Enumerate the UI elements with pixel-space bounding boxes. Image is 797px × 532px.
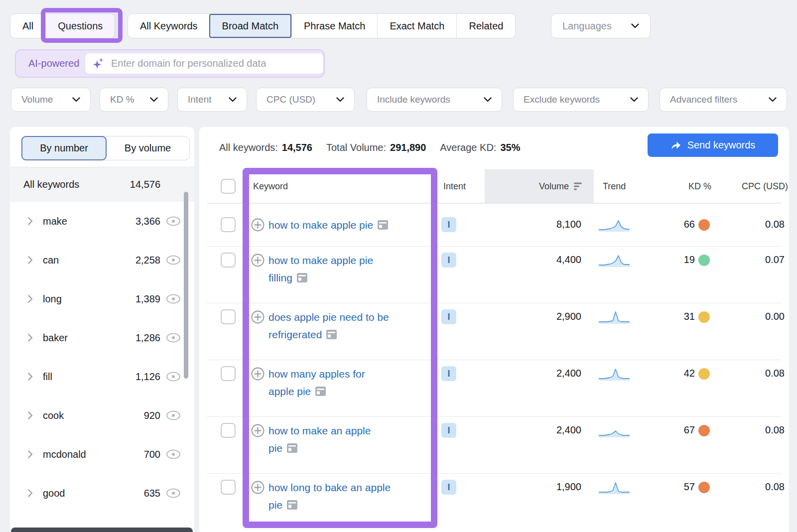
filter-cpc[interactable]: CPC (USD) <box>256 88 355 112</box>
plus-circle-icon[interactable] <box>251 367 265 381</box>
by-number-button[interactable]: By number <box>21 136 107 160</box>
keyword-cell: how to make an applepie <box>268 422 433 457</box>
serp-features-icon[interactable] <box>297 273 307 282</box>
intent-badge[interactable]: I <box>441 309 456 324</box>
tab-related[interactable]: Related <box>456 14 515 38</box>
keyword-link[interactable]: how to make an applepie <box>268 425 371 454</box>
intent-badge[interactable]: I <box>441 423 456 438</box>
header-kd[interactable]: KD % <box>666 181 711 192</box>
chevron-right-icon <box>28 256 33 264</box>
eye-icon[interactable] <box>165 371 181 382</box>
keyword-link[interactable]: how to make apple piefilling <box>268 255 373 283</box>
row-checkbox[interactable] <box>221 423 236 438</box>
average-kd-label: Average KD: <box>440 142 496 153</box>
ai-powered-badge: AI-powered <box>28 50 79 77</box>
plus-circle-icon[interactable] <box>251 424 265 437</box>
average-kd-value: 35% <box>500 142 520 153</box>
serp-features-icon[interactable] <box>315 387 326 396</box>
cpc-value: 0.08 <box>737 219 785 230</box>
chevron-right-icon <box>28 334 33 342</box>
tab-exact-match[interactable]: Exact Match <box>377 14 456 38</box>
row-checkbox[interactable] <box>221 480 236 495</box>
chevron-right-icon <box>28 217 33 225</box>
trend-sparkline <box>599 366 630 381</box>
chevron-right-icon <box>28 295 33 303</box>
row-checkbox[interactable] <box>221 217 236 232</box>
tab-questions[interactable]: Questions <box>45 14 115 38</box>
sidebar-item-good[interactable]: good 635 <box>10 474 194 513</box>
table-row: how to make apple piefilling I 4,400 19 … <box>199 246 789 303</box>
filter-include-keywords[interactable]: Include keywords <box>367 88 502 112</box>
tab-all[interactable]: All <box>10 14 45 38</box>
header-cpc[interactable]: CPC (USD) <box>717 181 788 192</box>
sidebar-item-can[interactable]: can 2,258 <box>10 241 194 279</box>
plus-circle-icon[interactable] <box>251 218 265 232</box>
tab-phrase-match[interactable]: Phrase Match <box>291 14 377 38</box>
trend-sparkline <box>599 480 630 495</box>
chevron-right-icon <box>28 411 33 419</box>
table-row: how many apples forapple pie I 2,400 42 … <box>199 360 789 416</box>
header-trend[interactable]: Trend <box>603 181 626 192</box>
all-keywords-row[interactable]: All keywords 14,576 <box>10 167 194 202</box>
eye-icon[interactable] <box>165 293 181 304</box>
row-checkbox[interactable] <box>221 309 236 324</box>
filter-advanced[interactable]: Advanced filters <box>660 88 787 112</box>
kd-value: 57 <box>663 481 695 493</box>
eye-icon[interactable] <box>165 216 181 227</box>
intent-badge[interactable]: I <box>441 366 456 381</box>
select-all-checkbox[interactable] <box>221 179 236 194</box>
sidebar-item-cook[interactable]: cook 920 <box>10 396 194 435</box>
plus-circle-icon[interactable] <box>251 310 265 324</box>
sidebar-scrollbar[interactable] <box>184 192 188 379</box>
serp-features-icon[interactable] <box>378 220 388 230</box>
kd-difficulty-dot <box>698 482 710 493</box>
filter-volume[interactable]: Volume <box>11 88 91 112</box>
chevron-down-icon <box>150 97 158 102</box>
serp-features-icon[interactable] <box>287 500 297 510</box>
eye-icon[interactable] <box>165 332 181 343</box>
sidebar-item-fill[interactable]: fill 1,126 <box>10 357 194 396</box>
eye-icon[interactable] <box>165 410 181 421</box>
sidebar-item-baker[interactable]: baker 1,286 <box>10 318 194 357</box>
intent-badge[interactable]: I <box>441 480 456 495</box>
header-intent[interactable]: Intent <box>443 181 466 192</box>
kd-difficulty-dot <box>698 368 710 380</box>
header-keyword[interactable]: Keyword <box>253 181 288 192</box>
table-row: how to make an applepie I 2,400 67 0.08 <box>199 416 789 473</box>
by-volume-button[interactable]: By volume <box>106 136 189 160</box>
sidebar-item-make[interactable]: make 3,366 <box>10 202 194 241</box>
all-keywords-value: 14,576 <box>282 142 312 153</box>
domain-input[interactable] <box>111 58 316 69</box>
plus-circle-icon[interactable] <box>251 481 265 494</box>
eye-icon[interactable] <box>165 449 181 460</box>
intent-badge[interactable]: I <box>441 253 456 267</box>
cpc-value: 0.00 <box>737 311 785 322</box>
tab-broad-match[interactable]: Broad Match <box>209 14 291 38</box>
chevron-down-icon <box>72 97 80 102</box>
row-checkbox[interactable] <box>221 366 236 381</box>
tab-all-keywords[interactable]: All Keywords <box>128 14 210 38</box>
chevron-down-icon <box>229 97 237 102</box>
keyword-cell: how to make apple pie <box>268 216 433 234</box>
eye-icon[interactable] <box>165 255 181 266</box>
keyword-cell: how many apples forapple pie <box>268 365 433 400</box>
row-checkbox[interactable] <box>221 253 236 267</box>
header-volume[interactable]: Volume <box>485 181 594 192</box>
sidebar-item-long[interactable]: long 1,389 <box>10 279 194 318</box>
eye-icon[interactable] <box>165 488 181 499</box>
filter-intent[interactable]: Intent <box>177 88 247 112</box>
plus-circle-icon[interactable] <box>251 254 265 267</box>
filter-kd[interactable]: KD % <box>100 88 168 112</box>
serp-features-icon[interactable] <box>326 330 337 339</box>
sidebar-item-mcdonald[interactable]: mcdonald 700 <box>10 435 194 474</box>
keyword-link[interactable]: how to make apple pie <box>268 219 373 231</box>
send-keywords-button[interactable]: Send keywords <box>648 133 778 157</box>
filter-exclude-keywords[interactable]: Exclude keywords <box>513 88 649 112</box>
sidebar-bottom-bar <box>11 528 193 532</box>
intent-badge[interactable]: I <box>441 217 456 232</box>
summary-bar: All keywords:14,576 Total Volume:291,890… <box>219 136 520 159</box>
chevron-down-icon <box>631 23 639 28</box>
serp-features-icon[interactable] <box>287 443 297 453</box>
languages-dropdown[interactable]: Languages <box>551 13 651 38</box>
cpc-value: 0.08 <box>737 424 785 436</box>
